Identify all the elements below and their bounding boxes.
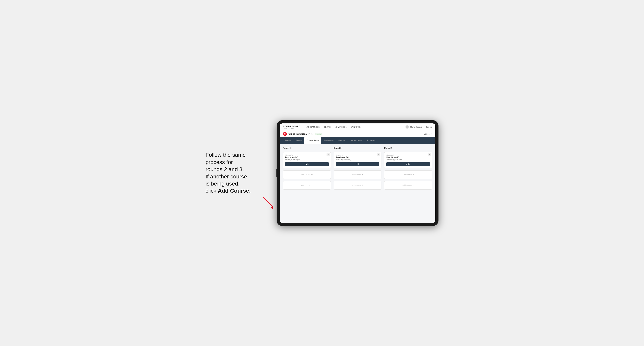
round-2-title: Round 2: [334, 147, 382, 149]
round-3-plus-icon-2: +: [412, 184, 414, 187]
round-2-course-name: Peachtree GC: [336, 156, 380, 159]
rounds-grid: Round 1 (Course A) Peachtree GC Yellow (…: [283, 147, 432, 190]
instruction-line4: If another course: [206, 173, 247, 179]
round-1-add-course-1-label: Add Course: [301, 174, 310, 176]
round-3-course-card: (Course A) Peachtree GC Yellow (M) (6629…: [384, 152, 432, 168]
round-2-course-wrapper: (Course A) Peachtree GC Yellow (M) (6629…: [334, 152, 382, 168]
instruction-line5: is being used,: [206, 180, 240, 187]
round-3-course-wrapper: (Course A) Peachtree GC Yellow (M) (6629…: [384, 152, 432, 168]
round-2-course-label: (Course A): [336, 154, 380, 156]
hosting-badge: Hosting: [315, 133, 322, 135]
round-1-plus-icon-1: +: [311, 173, 313, 176]
page-wrapper: Follow the same process for rounds 2 and…: [184, 120, 460, 226]
round-3-delete-icon[interactable]: ✕: [428, 153, 431, 156]
nav-links: TOURNAMENTS TEAMS COMMITTEE RANKINGS: [304, 126, 406, 128]
round-2-add-course-2-label: Add Course: [352, 184, 361, 186]
svg-line-0: [263, 197, 273, 207]
svg-marker-1: [270, 207, 273, 209]
main-content: Round 1 (Course A) Peachtree GC Yellow (…: [280, 144, 435, 223]
round-1-edit-button[interactable]: Edit: [285, 162, 329, 166]
round-3-course-details: Yellow (M) (6629 yds): [386, 159, 430, 161]
round-1-delete-icon[interactable]: ✕: [326, 153, 330, 156]
round-2-column: Round 2 (Course A) Peachtree GC Yellow (…: [334, 147, 382, 190]
round-1-add-course-2-label: Add Course: [301, 184, 310, 186]
round-1-course-details: Yellow (M) (6629 yds): [285, 159, 329, 161]
round-1-add-course-2[interactable]: Add Course +: [283, 181, 331, 190]
instruction-line2: process for: [206, 159, 233, 165]
tablet-frame: SCOREBOARD Powered by clippd TOURNAMENTS…: [276, 120, 438, 226]
top-nav: SCOREBOARD Powered by clippd TOURNAMENTS…: [280, 123, 435, 131]
round-3-course-name: Peachtree GC: [386, 156, 430, 159]
round-2-plus-icon-1: +: [362, 173, 363, 176]
tab-course-setup[interactable]: Course Setup: [304, 137, 321, 144]
round-1-course-card: (Course A) Peachtree GC Yellow (M) (6629…: [283, 152, 331, 168]
nav-tournaments[interactable]: TOURNAMENTS: [304, 126, 320, 128]
tabs-bar: Details Teams Course Setup Tee Groups Re…: [280, 137, 435, 144]
round-3-add-course-2-label: Add Course: [402, 184, 412, 186]
round-2-add-course-1[interactable]: Add Course +: [334, 170, 382, 179]
round-3-column: Round 3 (Course A) Peachtree GC Yellow (…: [384, 147, 432, 190]
round-2-course-details: Yellow (M) (6629 yds): [336, 159, 380, 161]
nav-committee[interactable]: COMMITTEE: [335, 126, 347, 128]
round-1-course-wrapper: (Course A) Peachtree GC Yellow (M) (6629…: [283, 152, 331, 168]
round-3-title: Round 3: [384, 147, 432, 149]
round-2-add-course-2: Add Course +: [334, 181, 382, 190]
logo-sub: Powered by clippd: [283, 128, 300, 129]
round-3-add-course-1[interactable]: Add Course +: [384, 170, 432, 179]
tab-leaderboards[interactable]: Leaderboards: [347, 137, 364, 144]
tab-printables[interactable]: Printables: [364, 137, 378, 144]
cancel-button[interactable]: Cancel ✕: [424, 133, 432, 135]
round-2-plus-icon-2: +: [362, 184, 363, 187]
nav-teams[interactable]: TEAMS: [324, 126, 331, 128]
round-1-title: Round 1: [283, 147, 331, 149]
tournament-gender: (Men): [308, 133, 313, 135]
round-3-add-course-2: Add Course +: [384, 181, 432, 190]
nav-right: blair@clippd.io | Sign out: [406, 125, 432, 129]
tab-teams[interactable]: Teams: [294, 137, 304, 144]
round-2-add-course-1-label: Add Course: [352, 174, 361, 176]
round-1-course-name: Peachtree GC: [285, 156, 329, 159]
instruction-text: Follow the same process for rounds 2 and…: [206, 152, 261, 194]
logo-area: SCOREBOARD Powered by clippd: [283, 125, 300, 129]
separator: |: [424, 126, 424, 128]
round-2-delete-icon[interactable]: ✕: [377, 153, 380, 156]
secondary-nav: C Clippd Invitational (Men) Hosting Canc…: [280, 131, 435, 137]
instruction-line3: rounds 2 and 3.: [206, 166, 244, 172]
round-3-course-label: (Course A): [386, 154, 430, 156]
tournament-title: Clippd Invitational: [288, 133, 307, 135]
round-1-add-course-1[interactable]: Add Course +: [283, 170, 331, 179]
nav-rankings[interactable]: RANKINGS: [350, 126, 361, 128]
sign-out-link[interactable]: Sign out: [426, 126, 432, 128]
tournament-logo: C: [283, 132, 287, 136]
round-3-plus-icon-1: +: [412, 173, 414, 176]
tablet-screen: SCOREBOARD Powered by clippd TOURNAMENTS…: [280, 123, 435, 223]
round-1-plus-icon-2: +: [311, 184, 313, 187]
round-1-column: Round 1 (Course A) Peachtree GC Yellow (…: [283, 147, 331, 190]
round-2-course-card: (Course A) Peachtree GC Yellow (M) (6629…: [334, 152, 382, 168]
tab-tee-groups[interactable]: Tee Groups: [321, 137, 336, 144]
tab-results[interactable]: Results: [336, 137, 347, 144]
tab-details[interactable]: Details: [283, 137, 294, 144]
logo-scoreboard: SCOREBOARD: [283, 125, 300, 128]
instruction-line1: Follow the same: [206, 152, 246, 158]
user-avatar: [406, 125, 409, 129]
round-1-course-label: (Course A): [285, 154, 329, 156]
user-email: blair@clippd.io: [410, 126, 422, 128]
round-2-edit-button[interactable]: Edit: [336, 162, 380, 166]
instruction-line6-prefix: click: [206, 188, 218, 194]
arrow-graphic: [263, 197, 278, 209]
round-3-add-course-1-label: Add Course: [402, 174, 412, 176]
instruction-line6-bold: Add Course.: [218, 188, 250, 194]
tablet-side-button: [276, 169, 276, 177]
round-3-edit-button[interactable]: Edit: [386, 162, 430, 166]
